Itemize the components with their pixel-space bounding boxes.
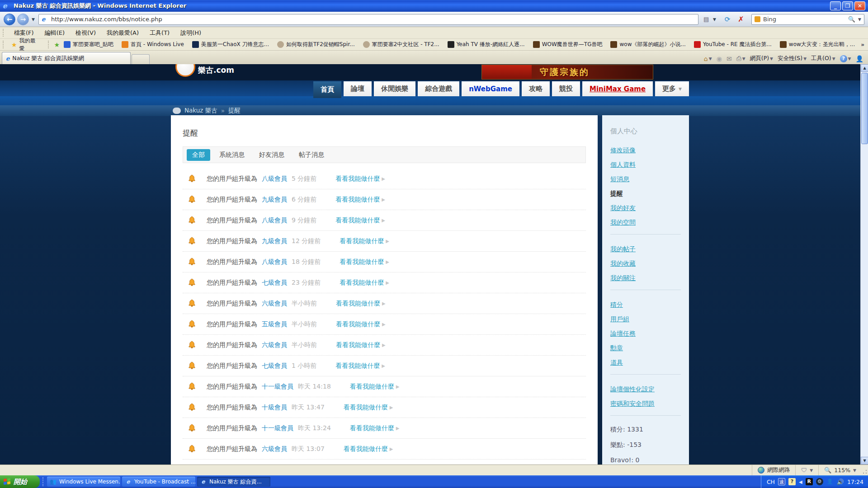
ime-mode-icon[interactable]: 速 bbox=[778, 478, 785, 485]
favorite-item[interactable]: wow《部落的崛起》小说... bbox=[606, 40, 689, 49]
member-level-link[interactable]: 十級會員 bbox=[262, 404, 287, 412]
sidebar-link[interactable]: 短消息 bbox=[610, 175, 681, 183]
maximize-button[interactable]: ❐ bbox=[842, 1, 853, 10]
sidebar-link[interactable]: 我的收藏 bbox=[610, 260, 681, 268]
messenger-icon[interactable]: 👤 bbox=[856, 55, 863, 62]
ime-language-indicator[interactable]: CH bbox=[767, 479, 775, 485]
ime-help-icon[interactable]: ? bbox=[788, 478, 796, 485]
favorite-item[interactable]: 軍団要塞吧_貼吧 bbox=[60, 40, 118, 49]
filter-posts[interactable]: 帖子消息 bbox=[293, 149, 330, 161]
favorite-item[interactable]: wow大灾变：圣光出鞘，... bbox=[776, 40, 857, 49]
protected-mode-button[interactable]: 🛡 ▼ bbox=[795, 465, 818, 475]
toolbar-grip[interactable] bbox=[3, 29, 5, 37]
member-level-link[interactable]: 九級會員 bbox=[262, 196, 287, 204]
print-button[interactable]: ⎙▼ bbox=[736, 55, 745, 62]
sidebar-link[interactable]: 勳章 bbox=[610, 344, 681, 352]
nav-tab-strategy[interactable]: 攻略 bbox=[522, 81, 550, 96]
task-button-messenger[interactable]: 👥 Windows Live Messen... bbox=[47, 477, 120, 487]
member-level-link[interactable]: 十一級會員 bbox=[262, 424, 293, 432]
see-what-i-can-do-link[interactable]: 看看我能做什麼 bbox=[336, 300, 380, 308]
home-button[interactable]: ⌂▼ bbox=[704, 55, 712, 62]
favorite-item[interactable]: WOW魔兽世界—TG兽吧 bbox=[529, 40, 607, 49]
see-what-i-can-do-link[interactable]: 看看我能做什麼 bbox=[336, 320, 380, 328]
page-menu-button[interactable]: 網頁(P)▼ bbox=[750, 55, 773, 62]
mail-icon[interactable]: ✉ bbox=[726, 55, 732, 62]
menu-item[interactable]: 說明(H) bbox=[175, 28, 207, 38]
rss-icon[interactable]: ◉ bbox=[717, 55, 722, 62]
favorite-item[interactable]: 美服第一ChaoX 刀锋意志... bbox=[188, 40, 273, 49]
browser-tab[interactable]: e Nakuz 樂古 綜合資訊娛樂網 bbox=[2, 52, 131, 64]
see-what-i-can-do-link[interactable]: 看看我能做什麼 bbox=[340, 237, 384, 245]
sidebar-link[interactable]: 修改頭像 bbox=[610, 146, 681, 155]
tools-menu-button[interactable]: 工具(O)▼ bbox=[811, 55, 835, 62]
filter-system[interactable]: 系統消息 bbox=[214, 149, 250, 161]
compatibility-view-icon[interactable]: ▤ bbox=[700, 14, 712, 25]
sidebar-link[interactable]: 論壇任務 bbox=[610, 330, 681, 338]
favbar-grip-2[interactable] bbox=[48, 41, 50, 49]
favorite-item[interactable]: Yeah TV 播放-網絡紅人逐... bbox=[443, 40, 529, 49]
breadcrumb-site-link[interactable]: Nakuz 樂古 bbox=[184, 107, 217, 115]
app-tray-icon[interactable]: R bbox=[806, 478, 813, 485]
safety-menu-button[interactable]: 安全性(S)▼ bbox=[778, 55, 807, 62]
site-logo[interactable]: 樂古.com bbox=[175, 64, 234, 77]
nav-tab-home[interactable]: 首頁 bbox=[313, 81, 341, 98]
member-level-link[interactable]: 六級會員 bbox=[262, 300, 287, 308]
filter-all[interactable]: 全部 bbox=[187, 149, 210, 161]
history-dropdown-icon[interactable]: ▼ bbox=[32, 17, 35, 22]
back-button[interactable]: ← bbox=[4, 14, 15, 25]
new-tab-button[interactable] bbox=[132, 54, 150, 64]
see-what-i-can-do-link[interactable]: 看看我能做什麼 bbox=[340, 279, 384, 287]
menu-item[interactable]: 工具(T) bbox=[144, 28, 175, 38]
member-level-link[interactable]: 六級會員 bbox=[262, 445, 287, 453]
steam-icon[interactable]: ⚙ bbox=[816, 478, 823, 485]
favorite-item[interactable]: 首頁 - Windows Live bbox=[118, 40, 188, 49]
start-button[interactable]: 開始 bbox=[0, 475, 40, 488]
sidebar-link[interactable]: 道具 bbox=[610, 359, 681, 367]
member-level-link[interactable]: 七級會員 bbox=[262, 362, 287, 370]
sidebar-link[interactable]: 我的帖子 bbox=[610, 245, 681, 253]
favorite-item[interactable]: YouTube - RE 魔法插台第... bbox=[690, 40, 776, 49]
help-button[interactable]: ?▼ bbox=[840, 55, 851, 62]
messenger-status-icon[interactable]: 👤 bbox=[826, 478, 834, 485]
favorites-overflow-chevron[interactable]: » bbox=[857, 42, 868, 48]
see-what-i-can-do-link[interactable]: 看看我能做什麼 bbox=[335, 216, 380, 225]
sidebar-link[interactable]: 我的關注 bbox=[610, 274, 681, 282]
vertical-scrollbar[interactable]: ▲ ▼ bbox=[860, 64, 868, 465]
member-level-link[interactable]: 九級會員 bbox=[262, 237, 287, 245]
nav-tab-nwebgame[interactable]: nWebGame bbox=[462, 81, 519, 96]
sidebar-link[interactable]: 用戶組 bbox=[610, 315, 681, 324]
menu-item[interactable]: 檢視(V) bbox=[70, 28, 101, 38]
scroll-down-icon[interactable]: ▼ bbox=[861, 457, 868, 465]
see-what-i-can-do-link[interactable]: 看看我能做什麼 bbox=[340, 258, 384, 266]
sidebar-link[interactable]: 我的空間 bbox=[610, 219, 681, 227]
sidebar-link[interactable]: 積分 bbox=[610, 301, 681, 309]
see-what-i-can-do-link[interactable]: 看看我能做什麼 bbox=[335, 362, 380, 370]
favorite-item[interactable]: 軍団要塞2中文社区 - TF2... bbox=[359, 40, 443, 49]
see-what-i-can-do-link[interactable]: 看看我能做什麼 bbox=[335, 196, 380, 204]
filter-friends[interactable]: 好友消息 bbox=[254, 149, 290, 161]
add-favorite-icon[interactable]: ★ bbox=[54, 41, 60, 48]
member-level-link[interactable]: 十一級會員 bbox=[262, 383, 293, 391]
scroll-up-icon[interactable]: ▲ bbox=[861, 64, 868, 72]
nav-tab-leisure[interactable]: 休閒娛樂 bbox=[374, 81, 415, 96]
sidebar-link[interactable]: 提醒 bbox=[610, 190, 681, 198]
refresh-icon[interactable]: ⟳ bbox=[722, 14, 733, 25]
member-level-link[interactable]: 八級會員 bbox=[262, 175, 287, 183]
zoom-control[interactable]: 🔍 115% ▼ bbox=[818, 465, 862, 475]
address-dropdown-icon[interactable]: ▼ bbox=[713, 17, 716, 22]
nav-tab-more[interactable]: 更多▼ bbox=[655, 81, 689, 96]
menu-item[interactable]: 我的最愛(A) bbox=[101, 28, 144, 38]
tray-collapse-chevron-icon[interactable]: ◀ bbox=[799, 479, 802, 484]
nav-tab-forum[interactable]: 論壇 bbox=[344, 81, 372, 96]
minimize-button[interactable]: _ bbox=[830, 1, 841, 10]
member-level-link[interactable]: 八級會員 bbox=[262, 258, 287, 266]
nav-tab-minimax[interactable]: MiniMax Game bbox=[582, 81, 653, 96]
favorite-item[interactable]: 如何取得新TF2促销帽Spir... bbox=[273, 40, 359, 49]
task-button-nakuz[interactable]: e Nakuz 樂古 綜合資... bbox=[197, 477, 270, 487]
sidebar-link[interactable]: 密碼和安全問題 bbox=[610, 400, 681, 408]
scrollbar-thumb[interactable] bbox=[861, 73, 868, 144]
nav-tab-games[interactable]: 綜合遊戲 bbox=[418, 81, 459, 96]
search-input[interactable]: Bing 🔍 ▼ bbox=[751, 14, 864, 25]
sidebar-link[interactable]: 個人資料 bbox=[610, 161, 681, 169]
ad-banner[interactable]: 守護宗族的 bbox=[481, 65, 653, 80]
